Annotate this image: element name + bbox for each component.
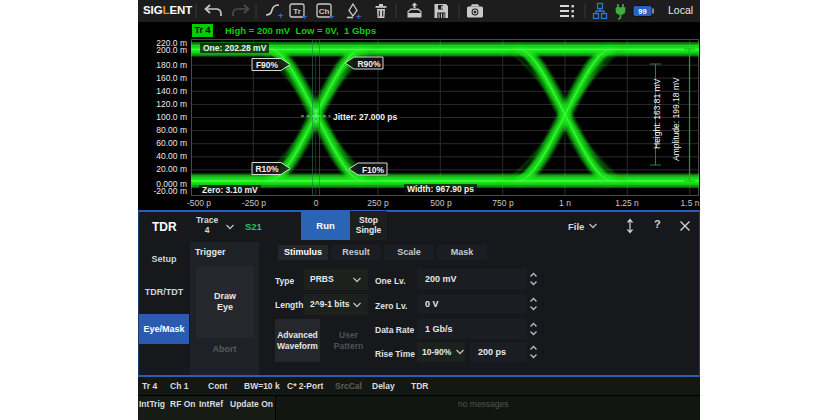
svg-text:+: + <box>356 12 361 22</box>
svg-text:+: + <box>329 12 334 22</box>
svg-text:R10%: R10% <box>255 164 279 174</box>
svg-text:+: + <box>302 12 307 22</box>
svg-text:R90%: R90% <box>357 59 381 69</box>
svg-text:Height: 163.81 mV: Height: 163.81 mV <box>652 78 662 149</box>
svg-text:Amplitude: 199.18 mV: Amplitude: 199.18 mV <box>671 77 681 161</box>
svg-text:F90%: F90% <box>256 60 279 70</box>
svg-text:Ch: Ch <box>319 7 330 16</box>
svg-text:+: + <box>278 11 283 21</box>
svg-text:F10%: F10% <box>362 165 385 175</box>
svg-text:99: 99 <box>638 7 646 16</box>
svg-text:Tr: Tr <box>293 7 301 16</box>
